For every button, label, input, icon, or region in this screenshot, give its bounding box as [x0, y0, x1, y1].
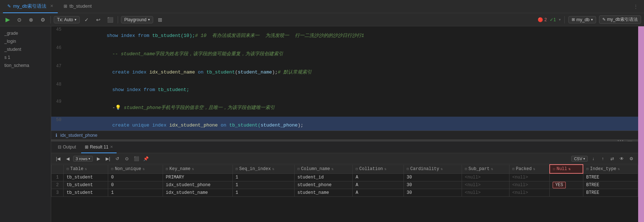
- result11-close[interactable]: ✕: [110, 145, 113, 149]
- col-cardinality-sort-icon[interactable]: ⇅: [441, 167, 443, 171]
- tx-selector[interactable]: Tx: Auto ▾: [54, 16, 80, 23]
- pin-button[interactable]: 📌: [142, 155, 150, 163]
- col-collation-icon: ⊟: [356, 167, 358, 171]
- line-content-48: show index from tb_student;: [72, 82, 638, 98]
- first-page-button[interactable]: |◀: [54, 155, 62, 163]
- tabs-more[interactable]: ⋮: [630, 4, 641, 9]
- result-table-icon: ⊞: [85, 144, 88, 150]
- yes-value: YES: [553, 182, 566, 188]
- code-line-49: 49 -💡 student_phone手机号字段的值非空，且唯一，为该字段创建唯…: [51, 98, 638, 117]
- result11-tab[interactable]: ⊞ Result 11 ✕: [81, 142, 117, 153]
- stop3-button[interactable]: ⬛: [132, 155, 140, 163]
- col-collation[interactable]: ⊟ Collation ⇅: [352, 165, 404, 173]
- playground-button[interactable]: Playground ▾: [121, 16, 153, 23]
- line-content-50: create unique index idx_student_phone on…: [72, 117, 638, 131]
- download-button[interactable]: ↓: [589, 155, 597, 163]
- col-nonunique[interactable]: ⊟ Non_unique ⇅: [108, 165, 163, 173]
- editor-area: 45 show index from tb_student(10);# 10 有…: [51, 26, 638, 222]
- col-table-sort-icon[interactable]: ⇅: [85, 167, 87, 171]
- tx-label: Tx: Auto: [57, 17, 73, 22]
- col-subpart-sort-icon[interactable]: ⇅: [491, 167, 493, 171]
- line-content-46: -- student_name字段为姓名字段，该字段的值可能会重复，为该字段创建…: [72, 45, 638, 63]
- code-editor[interactable]: 45 show index from tb_student(10);# 10 有…: [51, 26, 638, 131]
- col-seqindex-icon: ⊟: [236, 167, 238, 171]
- grid-button[interactable]: ⊞: [155, 15, 165, 25]
- col-colname-sort-icon[interactable]: ⇅: [332, 167, 334, 171]
- undo-button[interactable]: ↩: [94, 15, 103, 25]
- row1-null: [550, 173, 583, 181]
- col-null[interactable]: ☐ Null ⇅: [550, 165, 583, 173]
- row2-keyname: idx_student_phone: [163, 181, 232, 189]
- row2-null: YES: [550, 181, 583, 189]
- db1-indicator[interactable]: ⊞ my_db ▾: [568, 16, 596, 23]
- output-tab[interactable]: ⊟ Output: [54, 142, 80, 153]
- sidebar-item-grade[interactable]: _grade: [0, 29, 51, 37]
- col-subpart[interactable]: ⊟ Sub_part ⇅: [462, 165, 509, 173]
- row2-colname: student_phone: [294, 181, 352, 189]
- col-packed-sort-icon[interactable]: ⇅: [533, 167, 535, 171]
- col-seqindex[interactable]: ⊟ Seq_in_index ⇅: [232, 165, 294, 173]
- settings-button[interactable]: ⚙: [38, 15, 48, 25]
- db2-label: my_db索引语法: [607, 16, 638, 23]
- last-page-button[interactable]: ▶|: [104, 155, 112, 163]
- results-toolbar-right: CSV ▾ ↓ ↑ ⇄ 👁 ⚙: [571, 155, 635, 163]
- col-packed[interactable]: ⊟ Packed ⇅: [509, 165, 550, 173]
- success-badge: ✓1: [550, 17, 556, 22]
- col-cardinality[interactable]: ⊟ Cardinality ⇅: [404, 165, 462, 173]
- transpose-button[interactable]: ⇄: [608, 155, 616, 163]
- table-row: 2 tb_student 0 idx_student_phone 1 stude…: [52, 181, 638, 189]
- tab-tb-student[interactable]: ⊞ tb_student: [59, 0, 96, 13]
- col-keyname-sort-icon[interactable]: ⇅: [192, 167, 194, 171]
- db1-icon: ⊞: [572, 17, 575, 22]
- col-indextype-sort-icon[interactable]: ⇅: [618, 167, 620, 171]
- history2-button[interactable]: ⊙: [123, 155, 131, 163]
- col-indextype[interactable]: ⊟ Index_type ⇅: [583, 165, 638, 173]
- data-table: ⊟ Table ⇅ ⊟ Non_unique ⇅: [51, 164, 638, 197]
- next-page-button[interactable]: ▶: [94, 155, 102, 163]
- col-table-icon: ⊟: [67, 167, 69, 171]
- splitter-dots: [618, 140, 623, 141]
- settings2-button[interactable]: ⚙: [627, 155, 635, 163]
- tab-mydb-syntax[interactable]: ✎ my_db索引语法 ✕: [3, 0, 58, 13]
- refresh-button[interactable]: ↺: [113, 155, 121, 163]
- row2-num: 2: [52, 181, 64, 189]
- stop2-button[interactable]: ⬛: [105, 15, 115, 25]
- view-button[interactable]: 👁: [618, 155, 626, 163]
- col-collation-sort-icon[interactable]: ⇅: [384, 167, 387, 171]
- row1-collation: A: [352, 173, 404, 181]
- row2-seqindex: 1: [232, 181, 294, 189]
- prev-page-button[interactable]: ◀: [64, 155, 72, 163]
- col-null-icon: ☐: [553, 167, 555, 171]
- rows-selector[interactable]: 3 rows ▾: [73, 156, 93, 162]
- sidebar-item-s1[interactable]: s 1: [0, 53, 51, 61]
- col-colname[interactable]: ⊟ Column_name ⇅: [294, 165, 352, 173]
- col-seqindex-sort-icon[interactable]: ⇅: [272, 167, 274, 171]
- upload-button[interactable]: ↑: [599, 155, 607, 163]
- code-line-47: 47 create index idx_student_name on tb_s…: [51, 63, 638, 81]
- output-label: Output: [63, 144, 76, 150]
- table-row: 3 tb_student 1 idx_student_name 1 studen…: [52, 189, 638, 196]
- csv-button[interactable]: CSV ▾: [571, 156, 588, 162]
- check-button[interactable]: ✓: [82, 15, 91, 25]
- row1-seqindex: 1: [232, 173, 294, 181]
- history-button[interactable]: ⊙: [15, 15, 24, 25]
- row3-colname: student_name: [294, 189, 352, 196]
- col-keyname[interactable]: ⊟ Key_name ⇅: [163, 165, 232, 173]
- db2-indicator[interactable]: ✎ my_db索引语法: [599, 15, 641, 24]
- col-null-sort-icon[interactable]: ⇅: [569, 167, 571, 171]
- tab-mydb-close[interactable]: ✕: [50, 4, 53, 8]
- row3-num: 3: [52, 189, 64, 196]
- line-num-45: 45: [51, 27, 66, 32]
- run-button[interactable]: ▶: [3, 15, 12, 25]
- col-keyname-icon: ⊟: [166, 167, 168, 171]
- col-nonunique-sort-icon[interactable]: ⇅: [143, 167, 145, 171]
- sidebar-item-login[interactable]: _login: [0, 37, 51, 45]
- db2-icon: ✎: [602, 17, 606, 22]
- sidebar-item-student[interactable]: _student: [0, 45, 51, 53]
- stop-button[interactable]: ⊗: [26, 15, 36, 25]
- data-table-wrap[interactable]: ⊟ Table ⇅ ⊟ Non_unique ⇅: [51, 164, 638, 222]
- tab-file-icon: ✎: [7, 4, 11, 9]
- row2-collation: A: [352, 181, 404, 189]
- col-table[interactable]: ⊟ Table ⇅: [64, 165, 108, 173]
- sidebar-item-schema[interactable]: tion_schema: [0, 61, 51, 69]
